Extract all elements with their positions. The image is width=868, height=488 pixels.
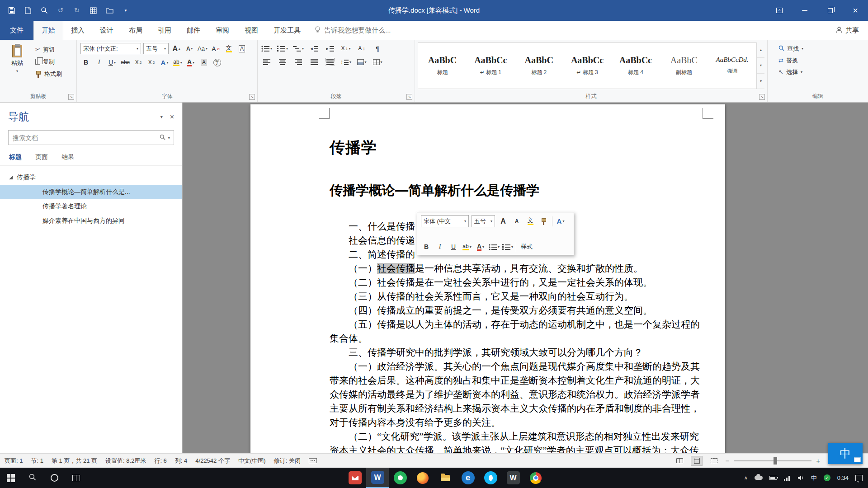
table-icon[interactable] [89,6,98,15]
ime-language-indicator[interactable]: 中 [811,474,817,482]
taskbar-app-explorer[interactable] [434,468,457,488]
tab-design[interactable]: 设计 [92,21,121,40]
tab-review[interactable]: 审阅 [208,21,237,40]
zoom-in-button[interactable]: + [816,457,820,465]
nav-tab-results[interactable]: 结果 [61,153,74,161]
restore-button[interactable] [817,0,843,21]
undo-icon[interactable]: ↺ [56,6,65,15]
enclose-characters-button[interactable]: 字 [212,57,222,68]
styles-gallery-more-button[interactable]: ▼ [757,74,764,89]
tab-view[interactable]: 视图 [237,21,266,40]
mini-font-color-button[interactable]: A▾ [475,241,486,252]
start-button[interactable] [0,468,22,488]
style-card-heading3[interactable]: AaBbCc ↵ 标题 3 [563,43,612,89]
mini-shrink-font-button[interactable]: A [511,216,522,227]
action-center-icon[interactable] [855,475,863,481]
justify-button[interactable] [309,56,320,67]
minimize-button[interactable]: ─ [792,0,817,21]
character-border-button[interactable]: A [236,43,247,54]
status-language[interactable]: 中文(中国) [238,457,266,465]
print-layout-button[interactable] [691,456,703,466]
italic-button[interactable]: I [94,57,104,68]
borders-button[interactable]: ▾ [372,56,383,67]
cut-button[interactable]: ✂ 剪切 [35,44,62,55]
new-document-icon[interactable] [24,6,33,15]
asian-layout-button[interactable]: X↕▾ [340,43,351,54]
sort-button[interactable]: A↓ [356,43,367,54]
mini-grow-font-button[interactable]: A [498,216,509,227]
taskbar-app-mail[interactable] [344,468,366,488]
style-card-heading2[interactable]: AaBbC 标题 2 [515,43,563,89]
save-icon[interactable] [7,6,16,15]
bold-button[interactable]: B [80,57,91,68]
show-formatting-marks-button[interactable]: ¶ [372,43,383,54]
mini-underline-button[interactable]: U [448,241,459,252]
change-case-button[interactable]: Aa▾ [197,43,208,54]
redo-icon[interactable]: ↻ [72,6,81,15]
status-vertical-position[interactable]: 设置值: 8.2厘米 [105,457,146,465]
subscript-button[interactable]: X2 [133,57,144,68]
align-center-button[interactable] [277,56,288,67]
search-options-chevron-icon[interactable]: ▾ [168,136,170,140]
tab-home[interactable]: 开始 [33,21,63,40]
style-card-emphasis[interactable]: AaBbCcDd. 强调 [708,43,756,89]
superscript-button[interactable]: X2 [146,57,157,68]
document-page[interactable]: 传播学 传播学概论—简单解析什么是传播学 一、什么是传播？ 社会信息的传递 二、… [250,104,725,453]
distribute-button[interactable] [325,56,335,67]
nav-tab-pages[interactable]: 页面 [35,153,48,161]
styles-dialog-launcher[interactable]: ↘ [759,94,765,100]
align-left-button[interactable] [261,56,272,67]
font-color-button[interactable]: A▾ [185,57,196,68]
ime-mode-sub-button[interactable] [854,457,861,462]
copy-button[interactable]: 复制 [35,56,62,67]
underline-button[interactable]: U▾ [107,57,118,68]
ime-mode-indicator[interactable]: 中 [828,443,863,464]
increase-indent-button[interactable]: ▸ [325,43,335,54]
read-mode-button[interactable] [674,456,685,466]
line-spacing-button[interactable]: ↕▾ [340,56,351,67]
web-layout-button[interactable] [708,456,720,466]
style-card-heading1[interactable]: AaBbCc ↵ 标题 1 [467,43,515,89]
document-search-box[interactable]: ▾ [8,130,174,145]
multilevel-list-button[interactable]: ▾ [293,43,304,54]
status-track-changes[interactable]: 修订: 关闭 [274,457,301,465]
taskbar-app-firefox[interactable] [411,468,434,488]
navigation-pane-close-icon[interactable]: × [170,113,174,121]
font-name-combo[interactable]: 宋体 (中文正:▾ [80,43,141,54]
character-shading-button[interactable]: A [198,57,209,68]
customize-qat-chevron-icon[interactable]: ▾ [121,6,130,15]
style-card-subtitle[interactable]: AaBbC 副标题 [660,43,708,89]
shading-button[interactable]: ▾ [356,56,367,67]
font-dialog-launcher[interactable]: ↘ [249,94,255,100]
taskbar-search-button[interactable] [22,468,43,488]
mini-bold-button[interactable]: B [421,241,432,252]
mini-font-name-combo[interactable]: 宋体 (中文▾ [421,215,469,227]
phonetic-guide-button[interactable]: 文 [223,43,234,54]
mini-text-effects-button[interactable]: A▾ [555,216,566,227]
clipboard-dialog-launcher[interactable]: ↘ [68,94,74,100]
select-button[interactable]: ↖ 选择 ▾ [778,66,864,78]
battery-icon[interactable] [769,476,777,480]
clock[interactable]: 0:34 [837,474,849,481]
mini-format-painter-button[interactable] [538,216,549,227]
replace-button[interactable]: ⇄ 替换 [778,55,864,66]
style-card-title[interactable]: AaBbC 标题 [418,43,467,89]
taskbar-app-wps[interactable]: W [502,468,524,488]
font-size-combo[interactable]: 五号▾ [143,43,169,54]
status-line[interactable]: 行: 6 [154,457,166,465]
shrink-font-button[interactable]: A▾ [184,43,195,54]
status-page[interactable]: 页面: 1 [5,457,23,465]
close-button[interactable]: × [843,0,868,21]
share-button[interactable]: 共享 [827,21,868,40]
paragraph-dialog-launcher[interactable]: ↘ [406,94,412,100]
taskbar-app-word[interactable]: W [366,468,389,488]
ribbon-display-options-button[interactable]: ˄ [767,0,792,21]
security-check-icon[interactable]: ✓ [824,474,830,481]
zoom-slider[interactable] [734,460,811,461]
status-column[interactable]: 列: 4 [175,457,187,465]
mini-numbering-button[interactable]: ▾ [502,241,513,252]
clear-formatting-button[interactable]: A⌀ [210,43,221,54]
tab-developer[interactable]: 开发工具 [266,21,308,40]
keyboard-status-icon[interactable] [309,458,317,463]
collapse-triangle-icon[interactable] [9,176,13,179]
